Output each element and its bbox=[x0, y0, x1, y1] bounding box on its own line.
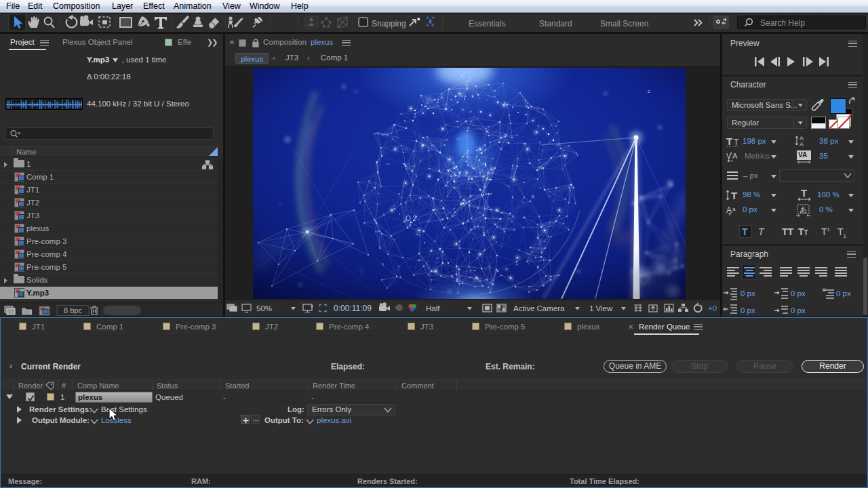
svg-text:0 px: 0 px bbox=[741, 306, 755, 314]
svg-text:T: T bbox=[801, 188, 807, 199]
svg-text:A: A bbox=[732, 152, 738, 160]
svg-text:a: a bbox=[732, 206, 736, 212]
svg-text:50%: 50% bbox=[256, 304, 272, 312]
svg-text:0 px: 0 px bbox=[741, 289, 755, 298]
svg-text:+0: +0 bbox=[708, 304, 717, 312]
svg-text:Half: Half bbox=[426, 304, 440, 312]
svg-text:A: A bbox=[800, 141, 804, 148]
svg-text:1 View: 1 View bbox=[589, 304, 613, 312]
svg-text:Active Camera: Active Camera bbox=[513, 304, 565, 312]
svg-text:あ: あ bbox=[800, 205, 807, 214]
svg-text:T: T bbox=[734, 138, 739, 147]
svg-text:0 px: 0 px bbox=[836, 289, 851, 298]
svg-text:8 bpc: 8 bpc bbox=[64, 306, 82, 314]
svg-text:T: T bbox=[731, 190, 737, 201]
svg-text:T: T bbox=[726, 136, 732, 147]
svg-text:0 px: 0 px bbox=[791, 306, 806, 314]
svg-text:0 px: 0 px bbox=[791, 289, 806, 298]
svg-text:0:00:11:09: 0:00:11:09 bbox=[334, 304, 372, 313]
